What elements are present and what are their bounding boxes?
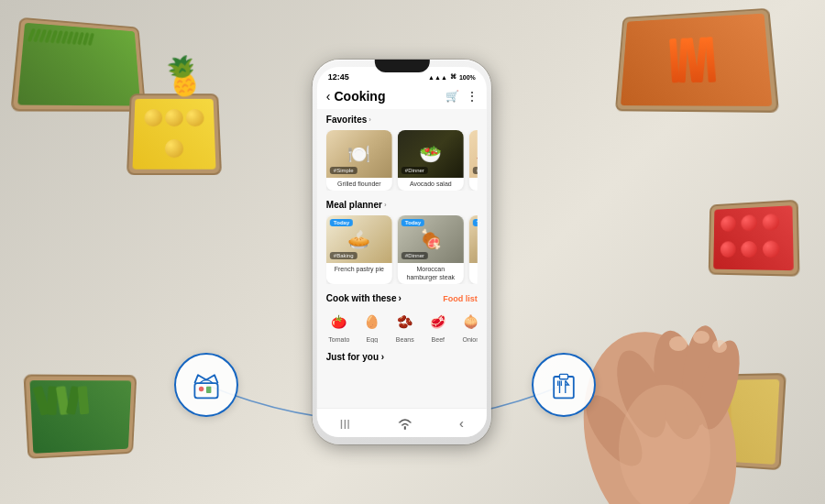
card-flounder[interactable]: 🍽️ #Simple Grilled flounder (326, 130, 392, 191)
status-icons: ▲▲▲ ⌘ 100% (428, 73, 476, 81)
wifi-status-icon: ⌘ (450, 73, 456, 81)
bottom-nav: ||| ‹ (317, 408, 487, 437)
card-flounder-label: Grilled flounder (326, 178, 392, 191)
crate-greens (23, 374, 137, 458)
cart-icon[interactable]: 🛒 (446, 90, 459, 103)
card-pastry[interactable]: 🥧 Today #Baking French pastry pie (326, 215, 392, 284)
pastry-tag: #Baking (330, 252, 358, 259)
card-bacon-tag: #B (473, 167, 478, 174)
food-list-link[interactable]: Food list (443, 294, 478, 303)
ingredients-row: 🍅 Tomato 🥚 Egg 🫘 Beans 🥩 (326, 309, 478, 343)
beef-label: Beef (432, 336, 445, 343)
svg-point-9 (712, 340, 727, 353)
onion-label: Onion (462, 336, 477, 343)
card-french2-img: 🍽️ T (469, 215, 478, 263)
meal-plan-icon[interactable] (532, 353, 596, 417)
card-french2-label: Fren... (469, 263, 478, 276)
signal-icon: ▲▲▲ (428, 74, 447, 81)
just-for-you[interactable]: Just for you › (317, 346, 487, 366)
nav-wifi[interactable] (397, 417, 413, 430)
ingredient-beans[interactable]: 🫘 Beans (392, 309, 418, 343)
card-bacon-img: 🥓 #B (469, 130, 478, 178)
moroccan-tag: #Dinner (402, 252, 428, 259)
crate-yellow (126, 93, 222, 175)
phone-screen: 12:45 ▲▲▲ ⌘ 100% ‹ Cooking 🛒 ⋮ (317, 67, 487, 437)
favorites-header[interactable]: Favorites › (326, 115, 478, 125)
card-pastry-img: 🥧 Today #Baking (326, 215, 392, 263)
phone: 12:45 ▲▲▲ ⌘ 100% ‹ Cooking 🛒 ⋮ (313, 60, 491, 444)
hand (458, 137, 733, 504)
favorites-label: Favorites (326, 115, 367, 125)
svg-rect-19 (560, 374, 568, 378)
pineapple-deco: 🍍 (157, 51, 209, 102)
favorites-section: Favorites › 🍽️ #Simple Grilled flounder (317, 109, 487, 194)
svg-point-7 (669, 336, 688, 351)
status-time: 12:45 (328, 72, 349, 82)
favorites-cards-row: 🍽️ #Simple Grilled flounder 🥗 #Dinner (326, 130, 478, 191)
ingredient-egg[interactable]: 🥚 Egg (359, 309, 385, 343)
meal-planner-section: Meal planner › 🥧 Today #Baking French pa… (317, 194, 487, 288)
svg-point-11 (199, 387, 204, 391)
beans-label: Beans (396, 336, 414, 343)
header-right: 🛒 ⋮ (446, 90, 478, 103)
favorites-chevron: › (368, 115, 371, 124)
header-left: ‹ Cooking (326, 89, 386, 104)
crate-beans (10, 17, 146, 112)
svg-rect-14 (554, 377, 574, 398)
ingredient-beef[interactable]: 🥩 Beef (425, 309, 451, 343)
nav-back[interactable]: ‹ (459, 416, 464, 431)
pastry-today-badge: Today (330, 219, 353, 226)
ingredient-onion[interactable]: 🧅 Onion (458, 309, 478, 343)
ingredient-tomato[interactable]: 🍅 Tomato (326, 309, 352, 343)
svg-point-8 (693, 331, 710, 344)
card-pastry-label: French pastry pie (326, 263, 392, 276)
meal-planner-chevron: › (384, 201, 387, 209)
onion-icon: 🧅 (458, 309, 478, 334)
egg-label: Egg (367, 336, 378, 343)
phone-notch (374, 60, 429, 72)
card-moroccan-label: Moroccan hamburger steak (398, 263, 464, 284)
card-bacon[interactable]: 🥓 #B Bac... (469, 130, 478, 191)
cook-section: Cook with these › Food list 🍅 Tomato 🥚 E… (317, 288, 487, 346)
french2-today-badge: T (473, 219, 478, 226)
card-flounder-img: 🍽️ #Simple (326, 130, 392, 178)
crate-carrots (615, 8, 779, 113)
card-avocado-label: Avocado salad (398, 178, 464, 191)
beef-icon: 🥩 (425, 309, 451, 334)
cook-header: Cook with these › Food list (326, 293, 478, 303)
card-bacon-label: Bac... (469, 178, 478, 191)
scroll-content: Favorites › 🍽️ #Simple Grilled flounder (317, 109, 487, 429)
card-french2[interactable]: 🍽️ T Fren... (469, 215, 478, 284)
grocery-basket-icon[interactable] (174, 353, 238, 417)
tomato-icon: 🍅 (326, 309, 352, 334)
tomato-label: Tomato (328, 336, 349, 343)
meal-planner-cards-row: 🥧 Today #Baking French pastry pie 🍖 Toda… (326, 215, 478, 284)
moroccan-today-badge: Today (402, 219, 424, 226)
back-button[interactable]: ‹ (326, 89, 331, 104)
beans-icon: 🫘 (392, 309, 418, 334)
more-icon[interactable]: ⋮ (467, 90, 478, 103)
phone-shell: 12:45 ▲▲▲ ⌘ 100% ‹ Cooking 🛒 ⋮ (313, 60, 491, 444)
egg-icon: 🥚 (359, 309, 385, 334)
card-avocado[interactable]: 🥗 #Dinner Avocado salad (398, 130, 464, 191)
battery-icon: 100% (459, 74, 476, 81)
app-title: Cooking (334, 89, 385, 104)
card-moroccan-img: 🍖 Today #Dinner (398, 215, 464, 263)
cook-title[interactable]: Cook with these › (326, 293, 402, 303)
svg-rect-12 (206, 387, 211, 393)
card-avocado-tag: #Dinner (402, 167, 428, 174)
cook-chevron: › (398, 293, 401, 303)
nav-home[interactable]: ||| (340, 418, 351, 429)
meal-planner-header[interactable]: Meal planner › (326, 200, 478, 210)
card-avocado-img: 🥗 #Dinner (398, 130, 464, 178)
app-header: ‹ Cooking 🛒 ⋮ (317, 83, 487, 109)
meal-planner-label: Meal planner (326, 200, 382, 210)
card-flounder-tag: #Simple (330, 167, 358, 174)
card-moroccan[interactable]: 🍖 Today #Dinner Moroccan hamburger steak (398, 215, 464, 284)
